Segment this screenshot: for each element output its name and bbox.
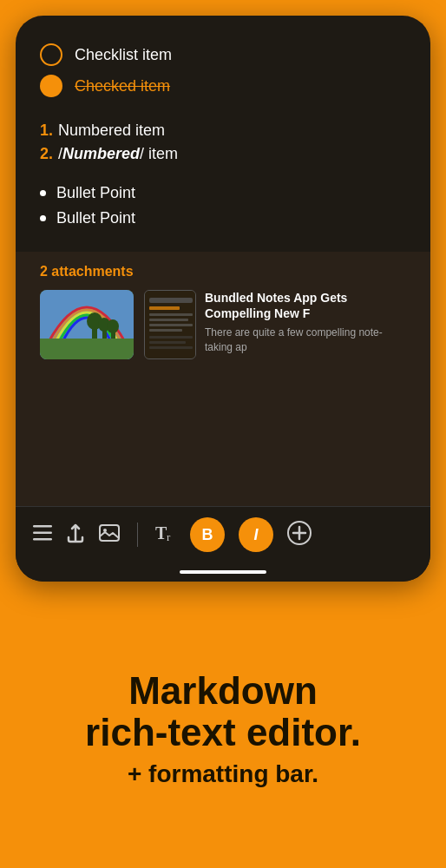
bold-icon: B xyxy=(202,526,213,544)
svg-rect-15 xyxy=(149,336,193,339)
svg-text:T: T xyxy=(155,523,167,542)
home-indicator xyxy=(16,562,430,582)
article-text-area: Bundled Notes App Gets Compelling New F … xyxy=(205,290,406,359)
svg-rect-17 xyxy=(149,346,193,349)
article-description: There are quite a few compelling note-ta… xyxy=(205,326,406,355)
attachment-image-meadow[interactable] xyxy=(40,290,134,359)
checklist-item-label: Checklist item xyxy=(75,46,172,64)
checklist-item-unchecked[interactable]: Checklist item xyxy=(40,43,406,66)
italic-numbered-label: Numbered xyxy=(62,145,140,162)
svg-rect-20 xyxy=(33,538,52,541)
sub-headline: + formatting bar. xyxy=(128,760,318,788)
bullet-item-1: Bullet Point xyxy=(40,184,406,202)
bottom-text-area: Markdown rich-text editor. + formatting … xyxy=(0,590,446,868)
svg-rect-12 xyxy=(149,319,188,321)
add-more-icon[interactable] xyxy=(287,521,312,549)
svg-rect-18 xyxy=(33,525,52,528)
menu-icon[interactable] xyxy=(33,525,52,545)
bullet-item-2-label: Bullet Point xyxy=(56,209,135,227)
toolbar-divider xyxy=(137,523,138,547)
attachment-article[interactable]: Bundled Notes App Gets Compelling New F … xyxy=(144,290,406,359)
svg-rect-14 xyxy=(149,329,182,332)
checklist-section: Checklist item Checked item xyxy=(40,43,406,106)
main-headline: Markdown rich-text editor. xyxy=(85,670,361,754)
svg-rect-19 xyxy=(33,531,52,534)
checklist-item-checked[interactable]: Checked item xyxy=(40,75,406,97)
add-attachment-icon[interactable] xyxy=(66,523,85,548)
svg-rect-16 xyxy=(149,341,186,344)
home-bar xyxy=(180,570,266,574)
bullet-dot xyxy=(40,190,46,196)
numbered-item-2-prefix: /Numbered/ item xyxy=(58,145,178,163)
bold-button[interactable]: B xyxy=(190,517,225,552)
bullet-list-section: Bullet Point Bullet Point xyxy=(40,184,406,234)
attachments-section: 2 attachments xyxy=(16,252,430,506)
attachments-row: Bundled Notes App Gets Compelling New F … xyxy=(40,290,406,359)
checked-item-label: Checked item xyxy=(75,77,170,95)
phone-mockup: Checklist item Checked item 1. Numbered … xyxy=(16,16,430,582)
checkbox-empty[interactable] xyxy=(40,43,62,66)
numbered-item-1: 1. Numbered item xyxy=(40,122,406,140)
image-icon[interactable] xyxy=(99,524,120,546)
attachments-title: 2 attachments xyxy=(40,264,406,279)
numbered-item-2: 2. /Numbered/ item xyxy=(40,145,406,163)
bullet-item-1-label: Bullet Point xyxy=(56,184,135,202)
text-format-icon[interactable]: T r xyxy=(155,523,176,547)
svg-point-7 xyxy=(107,319,119,333)
svg-rect-9 xyxy=(149,298,193,303)
svg-rect-13 xyxy=(149,324,193,326)
numbered-item-1-label: Numbered item xyxy=(58,122,165,140)
checkbox-filled[interactable] xyxy=(40,75,62,97)
article-title: Bundled Notes App Gets Compelling New F xyxy=(205,290,406,321)
italic-icon: I xyxy=(253,526,258,544)
svg-rect-11 xyxy=(149,313,193,316)
bullet-dot xyxy=(40,215,46,221)
italic-button[interactable]: I xyxy=(239,517,273,552)
article-thumbnail xyxy=(144,290,196,359)
numbered-list-section: 1. Numbered item 2. /Numbered/ item xyxy=(40,122,406,168)
svg-rect-1 xyxy=(40,339,134,359)
svg-text:r: r xyxy=(167,530,171,542)
formatting-toolbar: T r B I xyxy=(16,506,430,562)
bullet-item-2: Bullet Point xyxy=(40,209,406,227)
svg-rect-10 xyxy=(149,306,180,310)
